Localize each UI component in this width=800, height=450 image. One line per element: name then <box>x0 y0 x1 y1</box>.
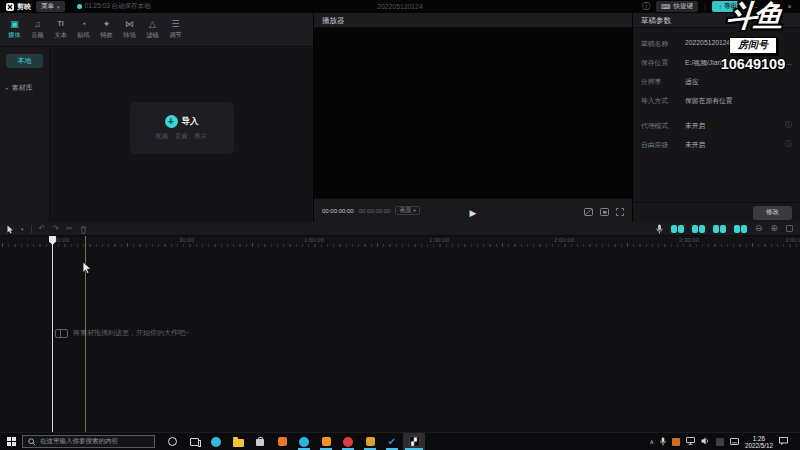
media-tab-label: 滤镜 <box>146 31 159 40</box>
taskbar: 在这里输入你要搜索的内容 ✔▞ ∧ 1:26 2022/5/12 <box>0 432 800 450</box>
taskbar-app-microsoft-store[interactable] <box>249 433 271 450</box>
search-placeholder: 在这里输入你要搜索的内容 <box>40 437 118 446</box>
tray-mic-icon[interactable] <box>660 437 666 447</box>
draft-row-free-layer: 自由层级 未开启 ⓘ <box>641 140 792 150</box>
taskbar-app-task-view[interactable] <box>183 433 205 450</box>
zoom-out-icon[interactable]: ⊖ <box>755 224 763 233</box>
info-icon[interactable]: ⓘ <box>785 140 792 147</box>
media-tab-transition[interactable]: ⋈转场 <box>118 19 141 40</box>
timeline-tracks[interactable]: 将素材拖拽到这里，开始你的大作吧~ <box>0 247 800 432</box>
shortcut-button[interactable]: ⌨ 快捷键 <box>656 1 698 12</box>
capcut-logo-icon <box>6 3 14 11</box>
menu-button[interactable]: 菜单 ▾ <box>36 1 65 12</box>
tray-chevron-icon[interactable]: ∧ <box>650 438 654 445</box>
draft-row-proxy-mode: 代理模式 未开启 ⓘ <box>641 121 792 131</box>
timeline-ruler[interactable]: 00:0030:001:00:001:30:002:00:002:30:003:… <box>0 236 800 247</box>
taskbar-app-capcut[interactable]: ▞ <box>403 433 425 450</box>
taskbar-search[interactable]: 在这里输入你要搜索的内容 <box>22 435 155 448</box>
sidebar-item-local[interactable]: 本地 <box>6 54 43 68</box>
playhead[interactable] <box>52 236 53 432</box>
ruler-label: 2:00:00 <box>554 237 574 243</box>
sidebar-item-library[interactable]: ▸ 素材库 <box>0 83 49 93</box>
toolbar-divider <box>31 225 32 233</box>
action-center-icon[interactable] <box>779 437 788 446</box>
ratio-icon[interactable] <box>584 202 593 220</box>
info-icon[interactable]: ⓘ <box>785 121 792 128</box>
text-icon: TI <box>57 19 63 29</box>
media-tab-media[interactable]: ▣媒体 <box>3 19 26 40</box>
taskbar-app-app-orange[interactable] <box>271 433 293 450</box>
taskbar-app-app-blue-sphere[interactable] <box>293 433 315 450</box>
taskbar-apps: ✔▞ <box>161 433 425 450</box>
media-tab-audio[interactable]: ♫音频 <box>26 19 49 40</box>
modify-button[interactable]: 修改 <box>753 206 792 220</box>
clock-time: 1:26 <box>745 435 773 442</box>
taskbar-app-edge[interactable] <box>205 433 227 450</box>
search-icon <box>28 438 36 446</box>
close-button[interactable]: × <box>784 3 795 10</box>
sidebar-item-label: 素材库 <box>12 83 33 93</box>
system-tray: ∧ 1:26 2022/5/12 <box>650 435 800 449</box>
media-tab-label: 特效 <box>100 31 113 40</box>
media-body: 本地 ▸ 素材库 + 导入 视频、音频、图片 <box>0 48 313 222</box>
import-dropzone[interactable]: + 导入 视频、音频、图片 <box>130 102 234 154</box>
select-tool-icon[interactable] <box>7 220 14 238</box>
tray-display-icon[interactable] <box>686 437 695 446</box>
redo-icon[interactable]: ↷ <box>52 225 59 233</box>
screen: 剪映 菜单 ▾ 01:25:03 自动保存本地 202205120124 ⓘ ⌨… <box>0 0 800 450</box>
quality-dropdown[interactable]: 画质 ▾ <box>395 206 419 215</box>
auto-snap-toggle[interactable] <box>692 225 705 233</box>
autosave-status: 01:25:03 自动保存本地 <box>77 2 151 11</box>
media-tab-effects[interactable]: ✦特效 <box>95 19 118 40</box>
minimize-button[interactable]: – <box>750 3 761 10</box>
fit-screen-icon[interactable] <box>600 202 609 220</box>
main-track-magnet-toggle[interactable] <box>671 225 684 233</box>
taskbar-clock[interactable]: 1:26 2022/5/12 <box>745 435 773 449</box>
time-total: 00:00:00:00 <box>359 208 391 214</box>
draft-row-resolution: 分辨率 适应 <box>641 77 792 87</box>
zoom-in-icon[interactable]: ⊕ <box>770 224 778 233</box>
task-view-icon <box>190 438 199 446</box>
taskbar-app-app-red[interactable] <box>337 433 359 450</box>
split-icon[interactable]: ✂ <box>66 225 73 233</box>
media-tab-sticker[interactable]: ◔贴纸 <box>72 19 95 40</box>
app-red-icon <box>343 437 353 447</box>
ruler-label: 30:00 <box>179 237 194 243</box>
titlebar-divider: | <box>704 3 706 10</box>
titlebar-right: ⓘ ⌨ 快捷键 | ↑ 导出 – □ × <box>642 1 800 12</box>
record-mic-icon[interactable] <box>656 220 663 238</box>
media-tab-adjust[interactable]: ☰调节 <box>164 19 187 40</box>
preview-axis-toggle[interactable] <box>734 225 747 233</box>
media-tab-filter[interactable]: △滤镜 <box>141 19 164 40</box>
draft-row-name: 草稿名称 202205120124 <box>641 39 792 49</box>
linkage-toggle[interactable] <box>713 225 726 233</box>
tool-dropdown-icon[interactable]: ▾ <box>21 226 24 232</box>
taskbar-app-app-blue-check[interactable]: ✔ <box>381 433 403 450</box>
export-button[interactable]: ↑ 导出 <box>712 1 744 12</box>
timeline-fit-icon[interactable] <box>786 225 793 232</box>
taskbar-app-file-explorer[interactable] <box>227 433 249 450</box>
tray-keyboard-icon[interactable] <box>730 438 739 446</box>
tray-volume-icon[interactable] <box>701 437 710 446</box>
maximize-button[interactable]: □ <box>767 3 778 10</box>
player-controls: 00:00:00:00 00:00:00:00 画质 ▾ ▶ <box>314 198 632 222</box>
cortana-icon <box>168 437 177 446</box>
media-tab-text[interactable]: TI文本 <box>49 19 72 40</box>
chevron-down-icon: ▾ <box>57 4 60 10</box>
tray-ime-icon[interactable] <box>716 438 724 446</box>
fullscreen-icon[interactable] <box>616 202 624 220</box>
app-orange-icon <box>278 437 287 446</box>
taskbar-app-app-gold[interactable] <box>359 433 381 450</box>
app-name: 剪映 <box>17 2 31 12</box>
play-button[interactable]: ▶ <box>470 208 477 218</box>
timeline-toolbar: ▾ ↶ ↷ ✂ ⊖ ⊕ <box>0 222 800 236</box>
start-button[interactable] <box>0 433 22 450</box>
delete-icon[interactable] <box>80 220 87 238</box>
taskbar-app-app-orange-2[interactable] <box>315 433 337 450</box>
video-preview-area <box>314 28 632 198</box>
taskbar-app-cortana[interactable] <box>161 433 183 450</box>
media-tab-label: 调节 <box>169 31 182 40</box>
undo-icon[interactable]: ↶ <box>39 225 46 233</box>
tray-app-orange-icon[interactable] <box>672 438 680 446</box>
info-icon[interactable]: ⓘ <box>642 1 650 12</box>
